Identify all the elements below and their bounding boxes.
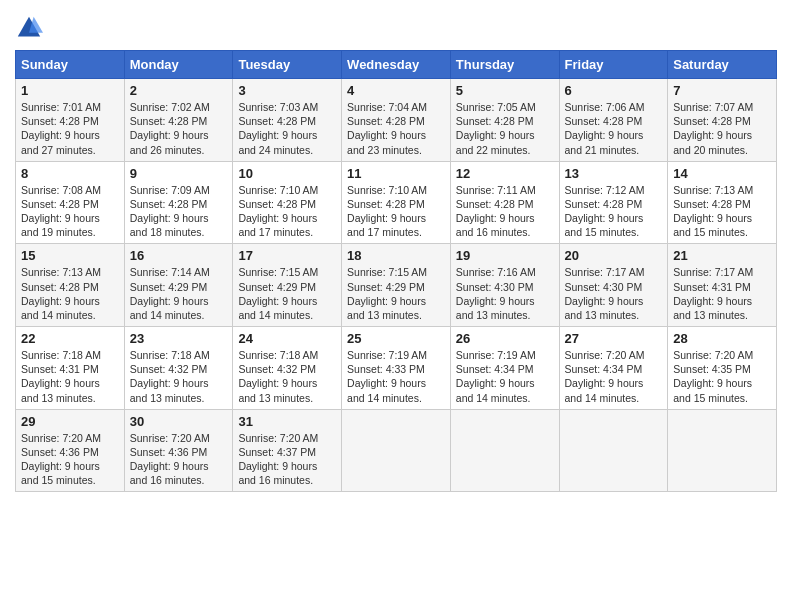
calendar-cell: 14Sunrise: 7:13 AMSunset: 4:28 PMDayligh… xyxy=(668,161,777,244)
day-info: Sunrise: 7:20 AMSunset: 4:35 PMDaylight:… xyxy=(673,348,771,405)
day-info: Sunrise: 7:17 AMSunset: 4:31 PMDaylight:… xyxy=(673,265,771,322)
day-number: 18 xyxy=(347,248,445,263)
calendar-cell: 15Sunrise: 7:13 AMSunset: 4:28 PMDayligh… xyxy=(16,244,125,327)
day-info: Sunrise: 7:06 AMSunset: 4:28 PMDaylight:… xyxy=(565,100,663,157)
day-number: 25 xyxy=(347,331,445,346)
day-info: Sunrise: 7:09 AMSunset: 4:28 PMDaylight:… xyxy=(130,183,228,240)
calendar-week-3: 15Sunrise: 7:13 AMSunset: 4:28 PMDayligh… xyxy=(16,244,777,327)
day-number: 20 xyxy=(565,248,663,263)
day-number: 15 xyxy=(21,248,119,263)
day-info: Sunrise: 7:17 AMSunset: 4:30 PMDaylight:… xyxy=(565,265,663,322)
calendar-week-4: 22Sunrise: 7:18 AMSunset: 4:31 PMDayligh… xyxy=(16,327,777,410)
calendar-week-1: 1Sunrise: 7:01 AMSunset: 4:28 PMDaylight… xyxy=(16,79,777,162)
day-number: 4 xyxy=(347,83,445,98)
day-info: Sunrise: 7:10 AMSunset: 4:28 PMDaylight:… xyxy=(347,183,445,240)
day-number: 8 xyxy=(21,166,119,181)
day-number: 26 xyxy=(456,331,554,346)
calendar-cell: 16Sunrise: 7:14 AMSunset: 4:29 PMDayligh… xyxy=(124,244,233,327)
calendar-cell: 5Sunrise: 7:05 AMSunset: 4:28 PMDaylight… xyxy=(450,79,559,162)
calendar-cell xyxy=(668,409,777,492)
calendar-cell: 3Sunrise: 7:03 AMSunset: 4:28 PMDaylight… xyxy=(233,79,342,162)
day-info: Sunrise: 7:20 AMSunset: 4:36 PMDaylight:… xyxy=(21,431,119,488)
day-info: Sunrise: 7:20 AMSunset: 4:34 PMDaylight:… xyxy=(565,348,663,405)
logo xyxy=(15,14,46,42)
calendar-cell: 27Sunrise: 7:20 AMSunset: 4:34 PMDayligh… xyxy=(559,327,668,410)
calendar-cell: 1Sunrise: 7:01 AMSunset: 4:28 PMDaylight… xyxy=(16,79,125,162)
day-info: Sunrise: 7:20 AMSunset: 4:36 PMDaylight:… xyxy=(130,431,228,488)
day-number: 13 xyxy=(565,166,663,181)
day-header-tuesday: Tuesday xyxy=(233,51,342,79)
calendar-week-2: 8Sunrise: 7:08 AMSunset: 4:28 PMDaylight… xyxy=(16,161,777,244)
day-number: 31 xyxy=(238,414,336,429)
day-number: 16 xyxy=(130,248,228,263)
calendar-cell: 8Sunrise: 7:08 AMSunset: 4:28 PMDaylight… xyxy=(16,161,125,244)
day-info: Sunrise: 7:03 AMSunset: 4:28 PMDaylight:… xyxy=(238,100,336,157)
day-number: 2 xyxy=(130,83,228,98)
calendar-cell: 11Sunrise: 7:10 AMSunset: 4:28 PMDayligh… xyxy=(342,161,451,244)
day-number: 7 xyxy=(673,83,771,98)
calendar-cell: 30Sunrise: 7:20 AMSunset: 4:36 PMDayligh… xyxy=(124,409,233,492)
day-number: 14 xyxy=(673,166,771,181)
day-number: 30 xyxy=(130,414,228,429)
calendar-cell: 7Sunrise: 7:07 AMSunset: 4:28 PMDaylight… xyxy=(668,79,777,162)
calendar-cell: 21Sunrise: 7:17 AMSunset: 4:31 PMDayligh… xyxy=(668,244,777,327)
day-number: 29 xyxy=(21,414,119,429)
calendar-cell xyxy=(559,409,668,492)
day-number: 12 xyxy=(456,166,554,181)
calendar-cell: 26Sunrise: 7:19 AMSunset: 4:34 PMDayligh… xyxy=(450,327,559,410)
header xyxy=(15,10,777,42)
calendar-cell: 6Sunrise: 7:06 AMSunset: 4:28 PMDaylight… xyxy=(559,79,668,162)
calendar-week-5: 29Sunrise: 7:20 AMSunset: 4:36 PMDayligh… xyxy=(16,409,777,492)
day-info: Sunrise: 7:18 AMSunset: 4:32 PMDaylight:… xyxy=(130,348,228,405)
day-info: Sunrise: 7:13 AMSunset: 4:28 PMDaylight:… xyxy=(673,183,771,240)
day-number: 3 xyxy=(238,83,336,98)
logo-icon xyxy=(15,14,43,42)
day-number: 24 xyxy=(238,331,336,346)
day-info: Sunrise: 7:13 AMSunset: 4:28 PMDaylight:… xyxy=(21,265,119,322)
calendar-cell: 19Sunrise: 7:16 AMSunset: 4:30 PMDayligh… xyxy=(450,244,559,327)
day-info: Sunrise: 7:05 AMSunset: 4:28 PMDaylight:… xyxy=(456,100,554,157)
day-info: Sunrise: 7:18 AMSunset: 4:31 PMDaylight:… xyxy=(21,348,119,405)
day-info: Sunrise: 7:02 AMSunset: 4:28 PMDaylight:… xyxy=(130,100,228,157)
day-number: 1 xyxy=(21,83,119,98)
calendar-cell: 12Sunrise: 7:11 AMSunset: 4:28 PMDayligh… xyxy=(450,161,559,244)
calendar-cell: 20Sunrise: 7:17 AMSunset: 4:30 PMDayligh… xyxy=(559,244,668,327)
calendar-cell: 9Sunrise: 7:09 AMSunset: 4:28 PMDaylight… xyxy=(124,161,233,244)
day-header-thursday: Thursday xyxy=(450,51,559,79)
day-info: Sunrise: 7:15 AMSunset: 4:29 PMDaylight:… xyxy=(347,265,445,322)
day-number: 6 xyxy=(565,83,663,98)
day-number: 27 xyxy=(565,331,663,346)
calendar-cell: 31Sunrise: 7:20 AMSunset: 4:37 PMDayligh… xyxy=(233,409,342,492)
calendar-body: 1Sunrise: 7:01 AMSunset: 4:28 PMDaylight… xyxy=(16,79,777,492)
day-info: Sunrise: 7:04 AMSunset: 4:28 PMDaylight:… xyxy=(347,100,445,157)
calendar-cell xyxy=(450,409,559,492)
day-number: 10 xyxy=(238,166,336,181)
calendar-cell: 17Sunrise: 7:15 AMSunset: 4:29 PMDayligh… xyxy=(233,244,342,327)
calendar-cell: 22Sunrise: 7:18 AMSunset: 4:31 PMDayligh… xyxy=(16,327,125,410)
day-number: 11 xyxy=(347,166,445,181)
day-info: Sunrise: 7:10 AMSunset: 4:28 PMDaylight:… xyxy=(238,183,336,240)
calendar-header-row: SundayMondayTuesdayWednesdayThursdayFrid… xyxy=(16,51,777,79)
calendar-cell: 18Sunrise: 7:15 AMSunset: 4:29 PMDayligh… xyxy=(342,244,451,327)
day-header-sunday: Sunday xyxy=(16,51,125,79)
calendar-cell: 29Sunrise: 7:20 AMSunset: 4:36 PMDayligh… xyxy=(16,409,125,492)
calendar-cell: 28Sunrise: 7:20 AMSunset: 4:35 PMDayligh… xyxy=(668,327,777,410)
calendar-cell: 4Sunrise: 7:04 AMSunset: 4:28 PMDaylight… xyxy=(342,79,451,162)
calendar-cell: 2Sunrise: 7:02 AMSunset: 4:28 PMDaylight… xyxy=(124,79,233,162)
day-header-saturday: Saturday xyxy=(668,51,777,79)
day-info: Sunrise: 7:11 AMSunset: 4:28 PMDaylight:… xyxy=(456,183,554,240)
day-number: 19 xyxy=(456,248,554,263)
day-info: Sunrise: 7:19 AMSunset: 4:33 PMDaylight:… xyxy=(347,348,445,405)
day-header-wednesday: Wednesday xyxy=(342,51,451,79)
day-info: Sunrise: 7:07 AMSunset: 4:28 PMDaylight:… xyxy=(673,100,771,157)
day-header-monday: Monday xyxy=(124,51,233,79)
day-info: Sunrise: 7:08 AMSunset: 4:28 PMDaylight:… xyxy=(21,183,119,240)
day-number: 23 xyxy=(130,331,228,346)
day-number: 5 xyxy=(456,83,554,98)
day-number: 22 xyxy=(21,331,119,346)
day-info: Sunrise: 7:19 AMSunset: 4:34 PMDaylight:… xyxy=(456,348,554,405)
day-info: Sunrise: 7:16 AMSunset: 4:30 PMDaylight:… xyxy=(456,265,554,322)
day-number: 9 xyxy=(130,166,228,181)
calendar-table: SundayMondayTuesdayWednesdayThursdayFrid… xyxy=(15,50,777,492)
day-info: Sunrise: 7:01 AMSunset: 4:28 PMDaylight:… xyxy=(21,100,119,157)
